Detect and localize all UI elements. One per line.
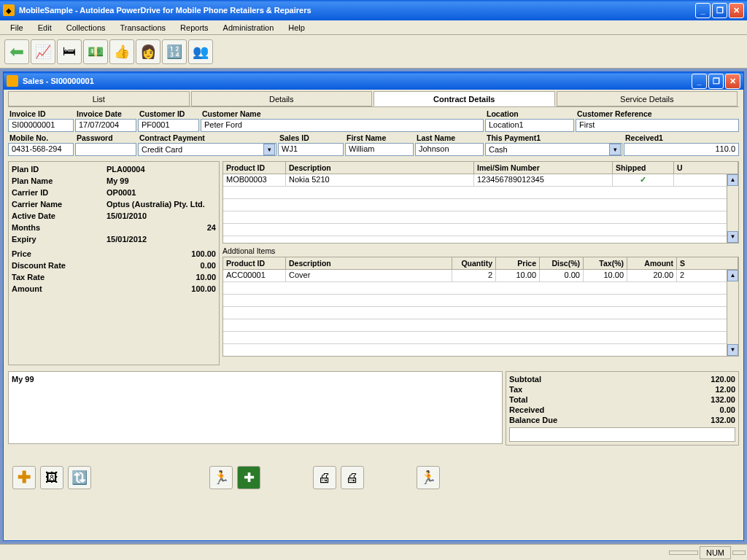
additional-items-grid[interactable]: Product ID Description Quantity Price Di… [222,257,739,357]
grid2-header-description[interactable]: Description [286,257,452,269]
months-label: Months [12,223,107,232]
print-button[interactable]: 🖨 [313,466,336,489]
sync-button[interactable]: 🔃 [68,466,91,489]
grid2-scrollbar[interactable]: ▲▼ [727,270,738,356]
mobile-no-field[interactable]: 0431-568-294 [8,143,74,156]
tabs: List Details Contract Details Service De… [8,91,739,107]
grid2-header-quantity[interactable]: Quantity [452,257,496,269]
tab-details[interactable]: Details [191,91,373,106]
scroll-up-icon[interactable]: ▲ [727,270,738,281]
child-minimize-button[interactable]: _ [692,74,707,89]
plan-id-label: Plan ID [12,165,107,174]
customer-name-field[interactable]: Peter Ford [201,119,484,132]
toolbar-thumb-button[interactable]: 👍 [109,39,134,64]
table-row[interactable]: MOB00003 Nokia 5210 123456789012345 ✓ [223,174,738,187]
invoice-id-label: Invoice ID [8,109,74,119]
grid2-header-price[interactable]: Price [496,257,540,269]
add-screen-button[interactable]: ✚ [237,466,260,489]
grid2-header-tax[interactable]: Tax(%) [584,257,627,269]
grid1-header-shipped[interactable]: Shipped [613,162,674,174]
tab-contract-details[interactable]: Contract Details [374,91,555,106]
contract-payment-combo[interactable]: Credit Card [138,143,276,156]
menu-edit[interactable]: Edit [32,22,58,34]
window-title: MobileSample - Autoidea PowerDrive for M… [19,6,695,15]
image-button[interactable]: 🖼 [40,466,63,489]
customer-id-label: Customer ID [138,109,199,119]
sales-id-field[interactable]: WJ1 [278,143,344,156]
amount-label: Amount [12,284,107,293]
back-arrow-icon: ⬅ [9,42,24,62]
this-payment1-combo[interactable]: Cash [485,143,622,156]
grid1-cell-description: Nokia 5210 [286,174,474,186]
invoice-id-field[interactable]: SI00000001 [8,119,74,132]
receipt-button[interactable]: 🖨 [341,466,364,489]
grid2-header-s[interactable]: S [677,257,738,269]
menu-help[interactable]: Help [282,22,311,34]
run-button[interactable]: 🏃 [209,466,233,489]
grid2-header-amount[interactable]: Amount [627,257,677,269]
toolbar-money-button[interactable]: 💵 [83,39,108,64]
menu-reports[interactable]: Reports [174,22,214,34]
scroll-down-icon[interactable]: ▼ [727,344,738,356]
location-field[interactable]: Location1 [485,119,574,132]
tab-list[interactable]: List [8,91,190,106]
notes-area[interactable]: My 99 [8,371,503,444]
menu-file[interactable]: File [4,22,29,34]
balance-value: 132.00 [670,416,735,424]
child-maximize-button[interactable]: ❐ [708,74,724,89]
plan-name-value: My 99 [107,176,216,185]
menu-administration[interactable]: Administration [217,22,280,34]
grid2-header-product-id[interactable]: Product ID [223,257,286,269]
carrier-name-label: Carrier Name [12,200,107,209]
toolbar-calc-button[interactable]: 🔢 [162,39,187,64]
received-label: Received [509,405,670,414]
grid2-cell-quantity: 2 [452,270,496,281]
grid1-header-product-id[interactable]: Product ID [223,162,286,174]
customer-ref-label: Customer Reference [576,109,739,119]
first-name-label: First Name [345,133,414,143]
tax-value: 12.00 [670,385,735,394]
back-button[interactable]: ⬅ [4,39,29,64]
scroll-up-icon[interactable]: ▲ [727,174,738,186]
customer-id-field[interactable]: PF0001 [138,119,199,132]
toolbar-person-button[interactable]: 👩 [136,39,160,64]
toolbar-chart-button[interactable]: 📈 [31,39,55,64]
maximize-button[interactable]: ❐ [712,3,727,18]
toolbar-people-button[interactable]: 👥 [188,39,213,64]
grid1-header-description[interactable]: Description [286,162,474,174]
minimize-button[interactable]: _ [695,3,711,18]
active-date-label: Active Date [12,211,107,220]
invoice-date-field[interactable]: 17/07/2004 [75,119,136,132]
amount-value: 100.00 [107,284,216,293]
grid2-header-disc[interactable]: Disc(%) [540,257,584,269]
grid1-header-imei[interactable]: Imei/Sim Number [474,162,613,174]
close-button[interactable]: ✕ [729,3,744,18]
received1-field[interactable]: 110.0 [624,143,739,156]
subtotal-value: 120.00 [670,375,735,384]
exit-button[interactable]: 🏃 [417,466,440,489]
first-name-field[interactable]: William [345,143,414,156]
tab-service-details[interactable]: Service Details [557,91,738,106]
totals-extra-field[interactable] [509,427,735,442]
last-name-field[interactable]: Johnson [415,143,484,156]
password-field[interactable] [75,143,136,156]
table-row[interactable]: ACC00001 Cover 2 10.00 0.00 10.00 20.00 … [223,270,738,282]
scroll-down-icon[interactable]: ▼ [727,231,738,243]
products-grid[interactable]: Product ID Description Imei/Sim Number S… [222,161,739,244]
child-titlebar: Sales - SI00000001 _ ❐ ✕ [4,72,743,90]
received1-label: Received1 [624,133,739,143]
active-date-value: 15/01/2010 [107,211,216,220]
add-button[interactable]: ✚ [12,466,36,489]
customer-ref-field[interactable]: First [576,119,739,132]
child-close-button[interactable]: ✕ [725,74,740,89]
plan-id-value: PLA00004 [107,165,216,174]
expiry-value: 15/01/2012 [107,235,216,244]
menu-collections[interactable]: Collections [61,22,112,34]
menu-transactions[interactable]: Transactions [115,22,172,34]
grid1-header-u[interactable]: U [674,162,738,174]
grid1-scrollbar[interactable]: ▲▼ [727,174,738,243]
grid2-cell-disc: 0.00 [540,270,584,281]
status-num: NUM [700,546,731,559]
child-icon [7,75,18,87]
toolbar-furniture-button[interactable]: 🛏 [57,39,82,64]
